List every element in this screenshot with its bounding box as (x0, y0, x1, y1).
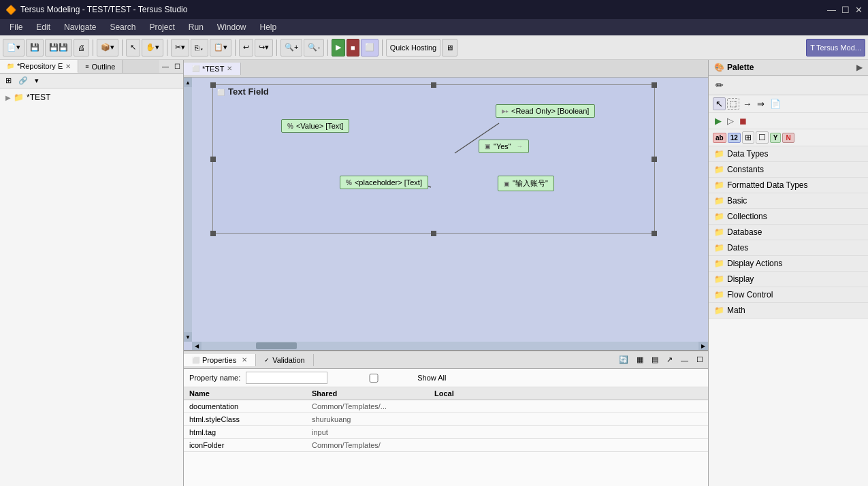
arrow-icon[interactable]: → (741, 98, 754, 110)
new-btn[interactable]: 📄▾ (3, 39, 25, 56)
frame-handle-ml[interactable] (210, 157, 216, 162)
tree-more-btn[interactable]: ▾ (32, 75, 42, 86)
close-btn[interactable]: ✕ (855, 5, 863, 15)
zoom-in-btn[interactable]: 🔍+ (280, 39, 302, 56)
run-btn[interactable]: ▶ (332, 39, 345, 56)
menu-run[interactable]: Run (182, 21, 210, 33)
menu-project[interactable]: Project (142, 21, 181, 33)
tersus-mod-btn[interactable]: T Tersus Mod... (806, 39, 865, 56)
tree-expand-btn[interactable]: ⊞ (3, 75, 14, 86)
undo-btn[interactable]: ↩ (239, 39, 253, 56)
tree-link-btn[interactable]: 🔗 (16, 75, 31, 86)
pointer-btn[interactable]: ↖ (126, 39, 140, 56)
play-green-icon[interactable]: ▶ (713, 115, 724, 127)
menu-window[interactable]: Window (210, 21, 253, 33)
zoom-out-btn[interactable]: 🔍- (304, 39, 324, 56)
editor-tab-close[interactable]: ✕ (227, 65, 232, 72)
show-all-label[interactable]: Show All (333, 374, 446, 383)
table-row[interactable]: documentation Common/Templates/... (184, 400, 708, 413)
left-panel-maximize[interactable]: ☐ (172, 60, 183, 73)
stop-red-icon[interactable]: ◼ (737, 115, 749, 127)
cat-data-types[interactable]: 📁 Data Types (709, 146, 868, 162)
play-outline-icon[interactable]: ▷ (725, 115, 736, 127)
prop-name-input[interactable] (246, 372, 327, 384)
menu-help[interactable]: Help (253, 21, 284, 33)
frame-handle-mr[interactable] (652, 157, 657, 162)
ab-icon[interactable]: ab (713, 133, 726, 143)
cat-flow-control[interactable]: 📁 Flow Control (709, 287, 868, 303)
hosting-extra-btn[interactable]: 🖥 (442, 39, 457, 56)
cursor-icon[interactable]: ↖ (713, 97, 726, 110)
node-placeholder-text[interactable]: % <placeholder> [Text] (340, 176, 428, 189)
print-btn[interactable]: 🖨 (74, 39, 89, 56)
quick-hosting-btn[interactable]: Quick Hosting (386, 39, 440, 56)
cat-constants[interactable]: 📁 Constants (709, 162, 868, 178)
vscroll-up[interactable]: ▲ (184, 78, 192, 87)
prop-view-btn2[interactable]: ▤ (648, 353, 662, 366)
hscroll-left[interactable]: ◀ (192, 342, 202, 350)
tree-item-test[interactable]: ▶ 📁 *TEST (3, 91, 180, 103)
copy-btn[interactable]: ⎘▾ (191, 39, 208, 56)
canvas-hscroll[interactable]: ◀ ▶ (192, 342, 708, 350)
vscroll-down[interactable]: ▼ (184, 332, 192, 342)
frame-handle-tl[interactable] (210, 82, 216, 88)
frame-handle-tm[interactable] (431, 82, 436, 88)
save-btn[interactable]: 💾 (26, 39, 44, 56)
menu-file[interactable]: File (3, 21, 29, 33)
cat-database[interactable]: 📁 Database (709, 225, 868, 240)
cut-btn[interactable]: ✂▾ (171, 39, 189, 56)
frame-handle-bl[interactable] (210, 231, 216, 236)
n-icon[interactable]: N (782, 133, 794, 143)
table-row[interactable]: html.styleClass shurukuang (184, 413, 708, 426)
frame-handle-br[interactable] (652, 231, 657, 236)
redo-btn[interactable]: ↪▾ (255, 39, 273, 56)
arrow2-icon[interactable]: ⇒ (755, 98, 767, 110)
prop-export-btn[interactable]: ↗ (663, 353, 676, 366)
node-value-text[interactable]: % <Value> [Text] (281, 119, 349, 133)
table-row[interactable]: html.tag input (184, 426, 708, 439)
prop-tab-close[interactable]: ✕ (242, 356, 247, 363)
note-icon[interactable]: 📄 (768, 98, 783, 110)
cat-math[interactable]: 📁 Math (709, 303, 868, 319)
node-readonly-bool[interactable]: ▶▸ <Read Only> [Boolean] (496, 104, 595, 118)
grid-icon[interactable]: ⊞ (742, 131, 754, 144)
prop-refresh-btn[interactable]: 🔄 (615, 353, 632, 366)
frame-handle-tr[interactable] (652, 82, 657, 88)
cat-formatted-data[interactable]: 📁 Formatted Data Types (709, 178, 868, 193)
maximize-btn[interactable]: ☐ (841, 5, 850, 15)
pencil-icon[interactable]: ✏ (713, 78, 726, 93)
frame-handle-bm[interactable] (431, 231, 436, 236)
checkbox-icon[interactable]: ☐ (756, 131, 769, 144)
tab-repository[interactable]: 📁 *Repository E ✕ (0, 60, 78, 73)
menu-search[interactable]: Search (103, 21, 142, 33)
menu-navigate[interactable]: Navigate (57, 21, 103, 33)
prop-min-btn[interactable]: — (677, 354, 692, 366)
prop-max-btn[interactable]: ☐ (693, 353, 707, 366)
menu-edit[interactable]: Edit (29, 21, 57, 33)
tab-properties[interactable]: ⬜ Properties ✕ (184, 354, 256, 366)
deploy-btn[interactable]: 📦▾ (97, 39, 118, 56)
canvas-vscroll-left[interactable]: ▲ ▼ (184, 78, 192, 342)
stop-btn[interactable]: ■ (347, 39, 359, 56)
repo-tab-close[interactable]: ✕ (65, 63, 71, 70)
diagram-canvas[interactable]: ▲ ▼ (184, 78, 708, 350)
y-icon[interactable]: Y (770, 133, 782, 143)
cat-display-actions[interactable]: 📁 Display Actions (709, 256, 868, 272)
palette-expand-icon[interactable]: ▶ (856, 63, 863, 72)
tab-validation[interactable]: ✓ Validation (256, 354, 314, 366)
cat-basic[interactable]: 📁 Basic (709, 193, 868, 209)
cat-collections[interactable]: 📁 Collections (709, 209, 868, 225)
show-all-checkbox[interactable] (333, 374, 415, 383)
paste-btn[interactable]: 📋▾ (210, 39, 231, 56)
save-all-btn[interactable]: 💾💾 (45, 39, 72, 56)
cat-dates[interactable]: 📁 Dates (709, 240, 868, 256)
cat-display[interactable]: 📁 Display (709, 272, 868, 287)
select-dotted-icon[interactable]: ⬚ (727, 98, 739, 110)
editor-tab-test[interactable]: ⬜ *TEST ✕ (184, 63, 241, 75)
move-btn[interactable]: ✋▾ (142, 39, 163, 56)
minimize-btn[interactable]: — (827, 5, 836, 15)
prop-view-btn1[interactable]: ▦ (633, 353, 647, 366)
num-icon[interactable]: 12 (728, 133, 741, 143)
hscroll-thumb[interactable] (256, 342, 297, 349)
node-input-account[interactable]: ▣ "输入账号" (498, 176, 554, 191)
